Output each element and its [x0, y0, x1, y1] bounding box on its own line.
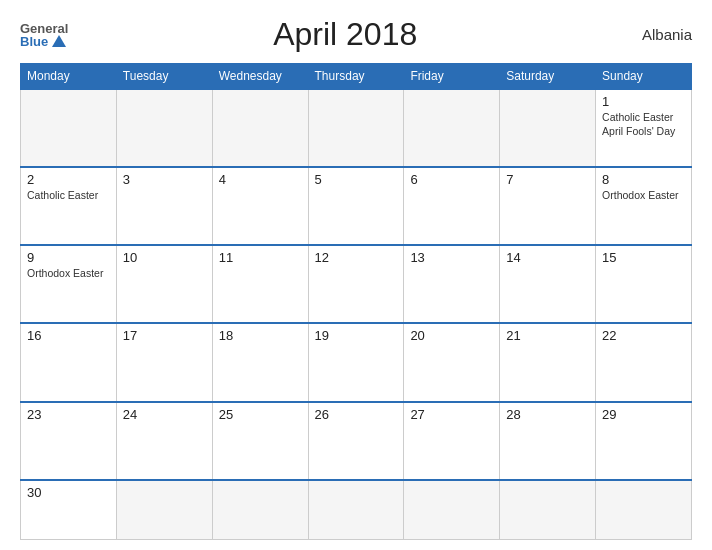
calendar-event: Orthodox Easter	[602, 189, 685, 203]
calendar-cell: 10	[116, 245, 212, 323]
calendar-title: April 2018	[68, 16, 622, 53]
day-number: 23	[27, 407, 110, 422]
calendar-cell: 22	[596, 323, 692, 401]
day-number: 18	[219, 328, 302, 343]
calendar-cell	[404, 89, 500, 167]
calendar-cell: 20	[404, 323, 500, 401]
calendar-cell: 7	[500, 167, 596, 245]
day-number: 16	[27, 328, 110, 343]
calendar-cell: 5	[308, 167, 404, 245]
calendar-cell: 14	[500, 245, 596, 323]
day-number: 26	[315, 407, 398, 422]
country-label: Albania	[622, 26, 692, 43]
calendar-cell: 28	[500, 402, 596, 480]
calendar-cell: 24	[116, 402, 212, 480]
day-number: 17	[123, 328, 206, 343]
day-number: 27	[410, 407, 493, 422]
calendar-cell: 21	[500, 323, 596, 401]
calendar-event: Catholic Easter	[602, 111, 685, 125]
calendar-cell: 27	[404, 402, 500, 480]
calendar-cell: 12	[308, 245, 404, 323]
day-number: 3	[123, 172, 206, 187]
day-number: 9	[27, 250, 110, 265]
col-tuesday: Tuesday	[116, 64, 212, 90]
day-number: 12	[315, 250, 398, 265]
calendar-event: April Fools' Day	[602, 125, 685, 139]
week-row-0: 1Catholic EasterApril Fools' Day	[21, 89, 692, 167]
day-number: 19	[315, 328, 398, 343]
calendar-cell: 25	[212, 402, 308, 480]
calendar-cell	[116, 89, 212, 167]
header: General Blue April 2018 Albania	[20, 16, 692, 53]
calendar-table: Monday Tuesday Wednesday Thursday Friday…	[20, 63, 692, 540]
calendar-cell: 26	[308, 402, 404, 480]
calendar-cell: 1Catholic EasterApril Fools' Day	[596, 89, 692, 167]
day-number: 4	[219, 172, 302, 187]
col-saturday: Saturday	[500, 64, 596, 90]
day-number: 6	[410, 172, 493, 187]
day-number: 10	[123, 250, 206, 265]
day-number: 14	[506, 250, 589, 265]
page: General Blue April 2018 Albania Monday T…	[0, 0, 712, 550]
logo-general-text: General	[20, 22, 68, 35]
week-row-1: 2Catholic Easter345678Orthodox Easter	[21, 167, 692, 245]
day-number: 11	[219, 250, 302, 265]
col-friday: Friday	[404, 64, 500, 90]
calendar-cell: 13	[404, 245, 500, 323]
day-number: 7	[506, 172, 589, 187]
day-number: 29	[602, 407, 685, 422]
calendar-cell: 2Catholic Easter	[21, 167, 117, 245]
calendar-cell: 17	[116, 323, 212, 401]
calendar-event: Catholic Easter	[27, 189, 110, 203]
calendar-cell: 3	[116, 167, 212, 245]
calendar-cell	[212, 89, 308, 167]
day-number: 22	[602, 328, 685, 343]
calendar-cell: 16	[21, 323, 117, 401]
calendar-cell: 23	[21, 402, 117, 480]
day-number: 1	[602, 94, 685, 109]
calendar-cell	[596, 480, 692, 540]
day-number: 24	[123, 407, 206, 422]
logo-blue-text: Blue	[20, 35, 48, 48]
calendar-cell: 6	[404, 167, 500, 245]
day-number: 20	[410, 328, 493, 343]
col-wednesday: Wednesday	[212, 64, 308, 90]
day-number: 5	[315, 172, 398, 187]
day-number: 2	[27, 172, 110, 187]
week-row-2: 9Orthodox Easter101112131415	[21, 245, 692, 323]
calendar-cell: 15	[596, 245, 692, 323]
logo: General Blue	[20, 22, 68, 48]
calendar-cell: 19	[308, 323, 404, 401]
day-number: 30	[27, 485, 110, 500]
logo-triangle-icon	[52, 35, 66, 47]
week-row-5: 30	[21, 480, 692, 540]
day-number: 21	[506, 328, 589, 343]
calendar-cell	[308, 89, 404, 167]
calendar-cell: 9Orthodox Easter	[21, 245, 117, 323]
day-number: 8	[602, 172, 685, 187]
week-row-4: 23242526272829	[21, 402, 692, 480]
col-thursday: Thursday	[308, 64, 404, 90]
calendar-cell: 30	[21, 480, 117, 540]
calendar-header-row: Monday Tuesday Wednesday Thursday Friday…	[21, 64, 692, 90]
day-number: 28	[506, 407, 589, 422]
calendar-cell: 11	[212, 245, 308, 323]
calendar-cell: 4	[212, 167, 308, 245]
calendar-cell	[212, 480, 308, 540]
col-monday: Monday	[21, 64, 117, 90]
week-row-3: 16171819202122	[21, 323, 692, 401]
calendar-cell	[500, 480, 596, 540]
calendar-cell: 8Orthodox Easter	[596, 167, 692, 245]
calendar-cell: 29	[596, 402, 692, 480]
calendar-event: Orthodox Easter	[27, 267, 110, 281]
calendar-cell	[404, 480, 500, 540]
day-number: 13	[410, 250, 493, 265]
calendar-cell: 18	[212, 323, 308, 401]
calendar-cell	[308, 480, 404, 540]
calendar-cell	[500, 89, 596, 167]
calendar-cell	[116, 480, 212, 540]
day-number: 25	[219, 407, 302, 422]
day-number: 15	[602, 250, 685, 265]
col-sunday: Sunday	[596, 64, 692, 90]
calendar-cell	[21, 89, 117, 167]
